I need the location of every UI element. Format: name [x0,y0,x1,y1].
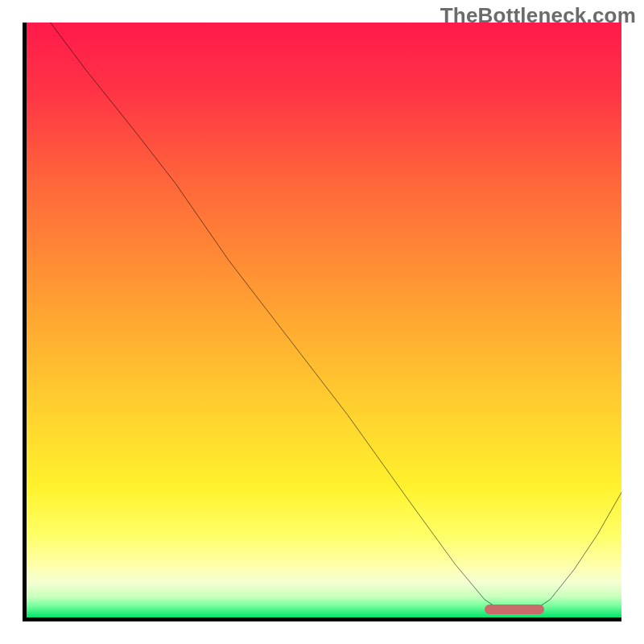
plot-area [23,23,621,621]
optimal-range-marker [485,605,544,614]
bottleneck-curve [27,23,621,617]
watermark-text: TheBottleneck.com [440,3,636,28]
chart-container: TheBottleneck.com [0,0,644,644]
plot-inner [27,23,621,617]
